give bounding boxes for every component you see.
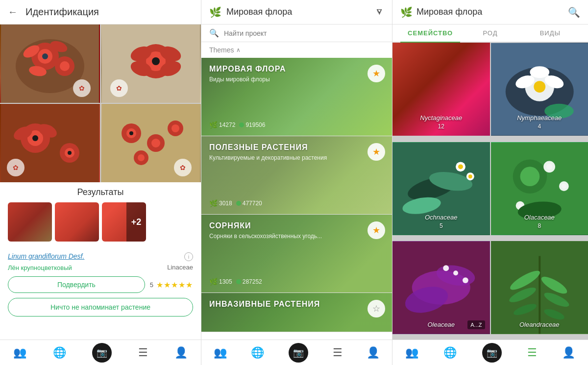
family-label-6: Oleandraceae [491,320,588,329]
svg-point-4 [42,53,48,59]
photo-cell-4[interactable]: ✿ [101,104,201,182]
family-label-2: Nymphaeaceae 4 [491,114,588,131]
svg-point-50 [530,66,549,78]
stat-species-3: 🌿 1305 [209,278,232,286]
leaf-icon-1: 🌿 [209,121,218,129]
family-label-3: Ochnaceae 5 [392,213,490,230]
p3-nav-menu-icon[interactable]: ☰ [527,346,537,359]
panel1-title: Идентификация [25,6,99,18]
svg-point-77 [463,277,468,283]
panel1-bottom-nav: 👥 🌐 📷 ☰ 👤 [0,340,201,365]
tab-species[interactable]: ВИДЫ [520,24,580,42]
photo-cell-2[interactable]: ✿ [101,24,201,103]
family-cell-1[interactable]: Nyctaginaceae 12 [392,43,490,136]
green-dot-2 [236,201,241,206]
flora-leaf-icon: 🌿 [209,6,221,18]
svg-text:✿: ✿ [116,84,122,92]
nav-camera-icon[interactable]: 📷 [92,343,112,363]
info-icon[interactable]: i [184,252,193,261]
confirm-row: Подвердить 5 ★★★★★ [0,271,201,298]
star-count: 5 [150,281,153,289]
panel2-bottom-nav: 👥 🌐 📷 ☰ 👤 [201,340,392,365]
flora-projects-panel: 🌿 Мировая флора ⛛ 🔍 Themes ∧ МИРОВАЯ ФЛО… [201,0,392,365]
stat-obs-3: 287252 [236,278,262,285]
project-stats-3: 🌿 1305 287252 [209,278,384,286]
p3-search-icon[interactable]: 🔍 [568,6,580,18]
stat-obs-1: 919506 [239,122,265,128]
project-content-4: ИНВАЗИВНЫЕ РАСТЕНИЯ [201,293,392,332]
back-icon[interactable]: ← [8,6,18,18]
flower-svg-3: ✿ [0,104,100,182]
nav-people-icon[interactable]: 👥 [13,346,26,359]
p2-nav-people-icon[interactable]: 👥 [214,346,227,359]
family-cell-5[interactable]: Oleaceae A...Z [392,241,490,334]
p3-nav-profile-icon[interactable]: 👤 [562,346,575,359]
favorite-button-1[interactable]: ★ [368,65,385,82]
themes-chevron-icon: ∧ [236,47,241,53]
project-name-3: СОРНЯКИ [209,221,384,230]
species-name[interactable]: Linum grandiflorum Desf. [8,252,84,260]
identification-panel: ← Идентификация ✿ [0,0,201,365]
favorite-star-2: ★ [372,146,380,157]
panel3-title: Мировая флора [416,7,482,17]
svg-point-42 [138,154,145,161]
project-item-2[interactable]: ПОЛЕЗНЫЕ РАСТЕНИЯ Культивируемые и декор… [201,136,392,215]
result-thumb-3[interactable]: +2 [102,202,146,242]
stat-obs-2: 477720 [236,200,262,207]
nav-globe-icon[interactable]: 🌐 [53,346,66,359]
svg-point-51 [534,81,545,93]
svg-point-60 [468,174,472,178]
p3-nav-globe-icon[interactable]: 🌐 [443,346,457,359]
project-item-1[interactable]: МИРОВАЯ ФЛОРА Виды мировой флоры 🌿 14272… [201,58,392,136]
tab-genus[interactable]: РОД [460,24,520,42]
project-content-1: МИРОВАЯ ФЛОРА Виды мировой флоры 🌿 14272… [201,58,392,136]
svg-text:✿: ✿ [79,84,85,92]
project-name-1: МИРОВАЯ ФЛОРА [209,65,384,73]
stat-species-1: 🌿 14272 [209,121,235,129]
svg-point-36 [129,131,133,135]
svg-point-30 [68,151,72,155]
project-stats-2: 🌿 3018 477720 [209,199,384,207]
nav-profile-icon[interactable]: 👤 [174,346,188,359]
result-thumb-1[interactable] [8,202,52,242]
p2-nav-menu-icon[interactable]: ☰ [333,346,343,359]
p2-nav-profile-icon[interactable]: 👤 [367,346,380,359]
p3-nav-people-icon[interactable]: 👥 [405,346,418,359]
project-desc-1: Виды мировой флоры [209,75,384,84]
favorite-button-2[interactable]: ★ [368,143,385,161]
p2-nav-camera-icon[interactable]: 📷 [289,343,308,363]
p2-nav-globe-icon[interactable]: 🌐 [251,346,264,359]
filter-icon[interactable]: ⛛ [375,7,384,17]
themes-label: Themes [209,46,234,54]
project-desc-2: Культивируемые и декоративные растения [209,154,384,162]
green-dot-3 [236,279,241,284]
favorite-button-4[interactable]: ☆ [368,300,385,317]
plus-more-badge: +2 [126,202,146,242]
family-cell-4[interactable]: Olacaceae 8 [491,142,588,235]
project-item-4[interactable]: ИНВАЗИВНЫЕ РАСТЕНИЯ ☆ [201,293,392,332]
search-bar: 🔍 [201,24,392,42]
family-cell-2[interactable]: Nymphaeaceae 4 [491,43,588,136]
project-item-3[interactable]: СОРНЯКИ Сорняки в сельскохозяйственных у… [201,215,392,293]
result-thumb-2[interactable] [55,202,99,242]
nav-menu-icon[interactable]: ☰ [138,346,148,359]
p3-nav-camera-icon[interactable]: 📷 [482,343,502,363]
panel3-header: 🌿 Мировая флора 🔍 [392,0,588,24]
panel3-bottom-nav: 👥 🌐 📷 ☰ 👤 [392,340,588,365]
tab-family[interactable]: СЕМЕЙСТВО [400,24,460,43]
themes-row[interactable]: Themes ∧ [201,42,392,58]
svg-point-75 [443,266,449,271]
project-list: МИРОВАЯ ФЛОРА Виды мировой флоры 🌿 14272… [201,58,392,340]
photo-cell-3[interactable]: ✿ [0,104,100,182]
favorite-button-3[interactable]: ★ [368,221,385,239]
family-cell-6[interactable]: Oleandraceae [491,241,588,334]
az-badge[interactable]: A...Z [467,320,485,329]
confirm-button[interactable]: Подвердить [8,276,145,293]
svg-point-65 [546,164,552,170]
search-input[interactable] [224,29,384,37]
family-cell-3[interactable]: Ochnaceae 5 [392,142,490,235]
nothing-button[interactable]: Ничто не напоминает растение [8,298,193,316]
svg-point-58 [458,164,463,169]
photo-cell-1[interactable]: ✿ [0,24,100,103]
leaf-icon-2: 🌿 [209,199,218,207]
